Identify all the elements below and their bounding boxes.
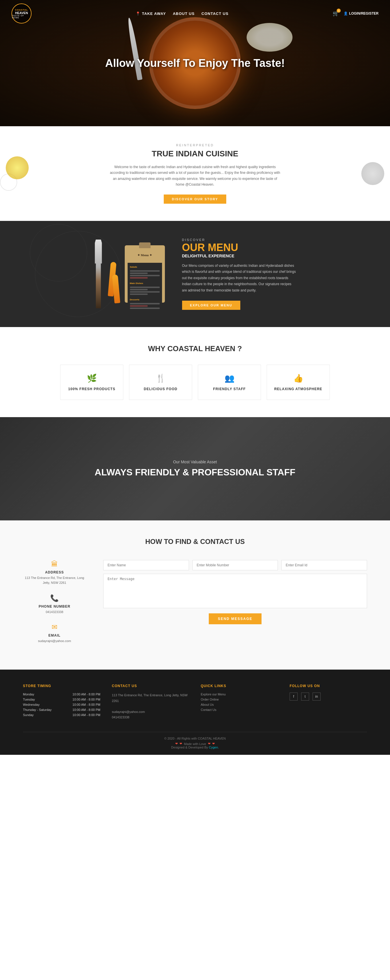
feature-atmosphere-label: RELAXING ATMOSPHERE bbox=[274, 387, 322, 391]
logo-name: HEAVEN bbox=[15, 11, 28, 14]
navigation: COASTAL HEAVEN TASTE OF HOME 📍 TAKE AWAY… bbox=[0, 0, 390, 27]
copyright: © 2020 - All Rights with COASTAL HEAVEN bbox=[23, 737, 367, 740]
email-input[interactable] bbox=[281, 560, 367, 570]
send-message-button[interactable]: SEND MESSAGE bbox=[209, 613, 262, 624]
footer-social-col: Follow Us On f t in bbox=[290, 684, 367, 721]
user-icon: 👤 bbox=[344, 11, 348, 16]
indian-desc: Welcome to the taste of authentic Indian… bbox=[109, 164, 281, 188]
message-textarea[interactable] bbox=[103, 574, 367, 608]
phone-text: 0414323338 bbox=[46, 609, 63, 615]
thumbsup-icon: 👍 bbox=[293, 374, 303, 383]
timing-sunday: Sunday 10:00 AM - 8:00 PM bbox=[23, 713, 100, 717]
social-icons: f t in bbox=[290, 692, 367, 701]
heart-icon-3: ❤ bbox=[208, 742, 211, 746]
footer-phone: 0414323338 bbox=[112, 714, 189, 721]
contact-section: HOW TO FIND & CONTACT US 🏛 ADDRESS 113 T… bbox=[0, 520, 390, 670]
phone-label: PHONE NUMBER bbox=[39, 605, 71, 608]
people-icon: 👥 bbox=[225, 374, 235, 383]
logo-top: COASTAL bbox=[15, 9, 28, 11]
footer-contact-col: CONTACT US 113 The Entrance Rd, The Entr… bbox=[112, 684, 189, 721]
heart-icon-2: ❤ bbox=[179, 742, 182, 746]
quick-about[interactable]: About Us bbox=[201, 703, 278, 706]
feature-staff: 👥 FRIENDLY STAFF bbox=[198, 364, 261, 400]
footer-contact-title: CONTACT US bbox=[112, 684, 189, 688]
deco-left bbox=[0, 156, 35, 191]
designed-by: Designed & Developed By Cygen. bbox=[23, 746, 367, 749]
leaf-icon: 🌿 bbox=[87, 374, 97, 383]
address-icon: 🏛 bbox=[51, 560, 58, 568]
email-item: ✉ EMAIL sudayrajni@yahoo.com bbox=[23, 623, 86, 644]
heart-icon-4: ❤ bbox=[212, 742, 215, 746]
phone-item: 📞 PHONE NUMBER 0414323338 bbox=[23, 594, 86, 615]
staff-subtitle: Our Most Valuable Asset bbox=[173, 460, 217, 464]
social-title: Follow Us On bbox=[290, 684, 367, 688]
menu-section: ✦ Menu ✦ Salads Main Dishes Desserts bbox=[0, 221, 390, 327]
quick-order[interactable]: Order Online bbox=[201, 698, 278, 701]
logo[interactable]: COASTAL HEAVEN TASTE OF HOME bbox=[11, 3, 32, 24]
staff-title: ALWAYS FRIENDLY & PROFESSIONAL STAFF bbox=[95, 467, 295, 478]
feature-fresh: 🌿 100% FRESH PRODUCTS bbox=[60, 364, 123, 400]
why-title: WHY COASTAL HEAVEN ? bbox=[23, 344, 367, 353]
indian-section: REINTERPRETED TRUE INDIAN CUISINE Welcom… bbox=[0, 126, 390, 221]
nav-icons: 🛒 0 👤 LOGIN/REGISTER bbox=[333, 10, 379, 17]
quick-contact[interactable]: Contact Us bbox=[201, 708, 278, 711]
quick-title: QUICK LINKS bbox=[201, 684, 278, 688]
address-item: 🏛 ADDRESS 113 The Entrance Rd, The Entra… bbox=[23, 560, 86, 585]
indian-title: TRUE INDIAN CUISINE bbox=[57, 149, 333, 158]
feature-atmosphere: 👍 RELAXING ATMOSPHERE bbox=[267, 364, 330, 400]
why-section: WHY COASTAL HEAVEN ? 🌿 100% FRESH PRODUC… bbox=[0, 327, 390, 417]
fork-icon: 🍴 bbox=[156, 374, 166, 383]
address-label: ADDRESS bbox=[45, 570, 64, 574]
feature-fresh-label: 100% FRESH PRODUCTS bbox=[68, 387, 115, 391]
footer-grid: STORE TIMING Monday 10:00 AM - 8:00 PM T… bbox=[23, 684, 367, 721]
discover-story-button[interactable]: DISCOVER OUR STORY bbox=[164, 194, 226, 204]
login-button[interactable]: 👤 LOGIN/REGISTER bbox=[344, 11, 379, 16]
timing-title: STORE TIMING bbox=[23, 684, 100, 688]
contact-form: SEND MESSAGE bbox=[103, 560, 367, 652]
contact-layout: 🏛 ADDRESS 113 The Entrance Rd, The Entra… bbox=[23, 560, 367, 652]
facebook-icon[interactable]: f bbox=[290, 692, 298, 701]
contact-title: HOW TO FIND & CONTACT US bbox=[23, 538, 367, 546]
footer: STORE TIMING Monday 10:00 AM - 8:00 PM T… bbox=[0, 670, 390, 755]
footer-love: ❤ ❤ Made with Love ❤ ❤ bbox=[23, 742, 367, 746]
timing-monday: Monday 10:00 AM - 8:00 PM bbox=[23, 692, 100, 696]
form-row-1 bbox=[103, 560, 367, 570]
nav-links: 📍 TAKE AWAY ABOUT US CONTACT US bbox=[136, 11, 228, 16]
features-grid: 🌿 100% FRESH PRODUCTS 🍴 DELICIOUS FOOD 👥… bbox=[23, 364, 367, 400]
email-label: EMAIL bbox=[48, 633, 60, 638]
mobile-input[interactable] bbox=[192, 560, 278, 570]
footer-bottom: © 2020 - All Rights with COASTAL HEAVEN … bbox=[23, 732, 367, 749]
quick-explore[interactable]: Explore our Menu bbox=[201, 692, 278, 696]
name-input[interactable] bbox=[103, 560, 189, 570]
footer-email: sudayrajni@yahoo.com bbox=[112, 709, 189, 715]
cart-icon[interactable]: 🛒 0 bbox=[333, 10, 339, 17]
clipboard-visual: ✦ Menu ✦ Salads Main Dishes Desserts bbox=[125, 245, 165, 303]
logo-tagline: TASTE OF HOME bbox=[12, 14, 31, 19]
heart-icon-1: ❤ bbox=[175, 742, 178, 746]
feature-staff-label: FRIENDLY STAFF bbox=[213, 387, 246, 391]
nav-contact[interactable]: CONTACT US bbox=[201, 11, 228, 16]
location-icon: 📍 bbox=[136, 11, 141, 16]
feature-food-label: DELICIOUS FOOD bbox=[144, 387, 177, 391]
instagram-icon[interactable]: in bbox=[312, 692, 320, 701]
footer-address: 113 The Entrance Rd, The Entrance, Long … bbox=[112, 692, 189, 704]
footer-quick-col: QUICK LINKS Explore our Menu Order Onlin… bbox=[201, 684, 278, 721]
feature-food: 🍴 DELICIOUS FOOD bbox=[129, 364, 192, 400]
nav-takeaway[interactable]: 📍 TAKE AWAY bbox=[136, 11, 166, 16]
timing-tuesday: Tuesday 10:00 AM - 8:00 PM bbox=[23, 698, 100, 701]
hero-title: Allow Yourself To Enjoy The Taste! bbox=[105, 57, 285, 69]
cart-badge: 0 bbox=[337, 9, 341, 13]
twitter-icon[interactable]: t bbox=[301, 692, 309, 701]
timing-wednesday: Wednesday 10:00 AM - 8:00 PM bbox=[23, 703, 100, 706]
deco-right bbox=[355, 162, 390, 185]
cyan-brand: Cygen. bbox=[209, 746, 219, 749]
phone-icon: 📞 bbox=[50, 594, 59, 602]
indian-label: REINTERPRETED bbox=[57, 143, 333, 147]
footer-timing-col: STORE TIMING Monday 10:00 AM - 8:00 PM T… bbox=[23, 684, 100, 721]
email-icon: ✉ bbox=[52, 623, 57, 631]
made-with: Made with Love bbox=[184, 742, 206, 746]
staff-section: Our Most Valuable Asset ALWAYS FRIENDLY … bbox=[0, 417, 390, 520]
email-text: sudayrajni@yahoo.com bbox=[38, 639, 71, 644]
address-text: 113 The Entrance Rd, The Entrance, Long … bbox=[23, 576, 86, 585]
nav-about[interactable]: ABOUT US bbox=[173, 11, 195, 16]
